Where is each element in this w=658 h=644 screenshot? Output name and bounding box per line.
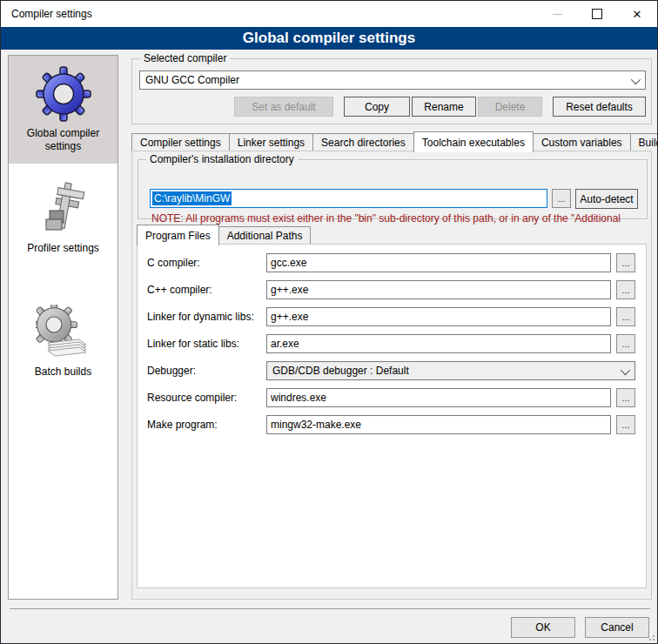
toolchain-subtab-bar: Program Files Additional Paths: [137, 225, 310, 245]
field-label: Resource compiler:: [147, 392, 237, 404]
field-row-debugger: Debugger: GDB/CDB debugger : Default: [138, 361, 646, 380]
make-program-input[interactable]: [266, 415, 611, 434]
tab-custom-variables[interactable]: Custom variables: [533, 133, 631, 151]
blue-gear-icon: [36, 66, 91, 122]
subtab-additional-paths[interactable]: Additional Paths: [218, 226, 312, 245]
linker-dynamic-browse-button[interactable]: ...: [616, 307, 635, 326]
sidebar-item-label: Global compiler settings: [9, 127, 118, 153]
install-dir-selected-text: C:\raylib\MinGW: [152, 191, 232, 205]
sidebar-item-label: Profiler settings: [27, 242, 99, 255]
compiler-select[interactable]: GNU GCC Compiler: [139, 70, 646, 90]
tab-linker-settings[interactable]: Linker settings: [229, 133, 313, 151]
close-icon: ✕: [633, 9, 642, 20]
toolchain-executables-panel: Compiler's installation directory C:\ray…: [131, 151, 652, 600]
install-dir-browse-button[interactable]: ...: [552, 189, 571, 208]
field-label: C compiler:: [147, 257, 200, 269]
field-row-cpp-compiler: C++ compiler: ...: [138, 280, 646, 299]
maximize-button[interactable]: [577, 1, 617, 27]
selected-compiler-legend: Selected compiler: [140, 52, 230, 64]
sidebar-item-batch-builds[interactable]: Batch builds: [9, 291, 118, 392]
footer-divider: [10, 608, 650, 609]
tab-search-directories[interactable]: Search directories: [312, 133, 414, 151]
caliper-icon: [36, 181, 91, 237]
settings-tab-bar: Compiler settings Linker settings Search…: [131, 131, 652, 151]
close-button[interactable]: ✕: [617, 1, 657, 27]
debugger-select-value: GDB/CDB debugger : Default: [272, 365, 409, 377]
field-label: Make program:: [147, 419, 218, 431]
subtab-program-files[interactable]: Program Files: [137, 225, 219, 245]
tab-compiler-settings[interactable]: Compiler settings: [131, 133, 230, 151]
titlebar: Compiler settings ✕: [1, 1, 657, 27]
set-as-default-button: Set as default: [234, 97, 333, 117]
debugger-select[interactable]: GDB/CDB debugger : Default: [266, 361, 635, 380]
cancel-button[interactable]: Cancel: [585, 617, 649, 638]
tab-build-options-truncated[interactable]: Build options: [630, 133, 658, 151]
field-row-linker-dynamic: Linker for dynamic libs: ...: [138, 307, 646, 326]
c-compiler-browse-button[interactable]: ...: [616, 253, 635, 272]
minimize-button: [537, 1, 577, 27]
copy-button[interactable]: Copy: [344, 97, 410, 117]
field-row-linker-static: Linker for static libs: ...: [138, 334, 646, 353]
auto-detect-button[interactable]: Auto-detect: [575, 189, 638, 209]
sidebar-item-profiler-settings[interactable]: Profiler settings: [9, 169, 118, 266]
ok-button[interactable]: OK: [511, 617, 575, 638]
field-row-make-program: Make program: ...: [138, 415, 646, 434]
cpp-compiler-input[interactable]: [266, 280, 611, 299]
maximize-icon: [592, 9, 602, 19]
gray-gear-stack-icon: [36, 305, 91, 360]
sidebar-item-global-compiler-settings[interactable]: Global compiler settings: [9, 56, 118, 164]
sidebar-item-label: Batch builds: [35, 366, 91, 379]
settings-category-list: Global compiler settings Profiler settin…: [8, 55, 118, 600]
c-compiler-input[interactable]: [266, 253, 611, 272]
install-dir-note: NOTE: All programs must exist either in …: [151, 212, 644, 225]
tab-toolchain-executables[interactable]: Toolchain executables: [413, 131, 534, 152]
selected-compiler-group: Selected compiler GNU GCC Compiler Set a…: [131, 58, 652, 124]
resource-compiler-browse-button[interactable]: ...: [616, 388, 635, 407]
reset-defaults-button[interactable]: Reset defaults: [553, 97, 646, 117]
compiler-settings-dialog: Compiler settings ✕ Global compiler sett…: [0, 0, 658, 644]
make-program-browse-button[interactable]: ...: [616, 415, 635, 434]
compiler-select-value: GNU GCC Compiler: [145, 74, 239, 86]
page-title: Global compiler settings: [1, 27, 657, 50]
delete-button: Delete: [478, 97, 542, 117]
field-label: Linker for dynamic libs:: [147, 311, 254, 323]
program-files-page: C compiler: ... C++ compiler: ... Linker…: [137, 244, 647, 588]
linker-dynamic-input[interactable]: [266, 307, 611, 326]
cpp-compiler-browse-button[interactable]: ...: [616, 280, 635, 299]
resize-grip[interactable]: [646, 632, 655, 641]
field-label: Linker for static libs:: [147, 338, 239, 350]
resource-compiler-input[interactable]: [266, 388, 611, 407]
chevron-down-icon: [631, 75, 641, 84]
minimize-icon: [553, 14, 562, 15]
window-title: Compiler settings: [11, 1, 92, 27]
field-label: C++ compiler:: [147, 284, 212, 296]
linker-static-browse-button[interactable]: ...: [616, 334, 635, 353]
rename-button[interactable]: Rename: [412, 97, 476, 117]
install-dir-input[interactable]: C:\raylib\MinGW: [150, 189, 547, 208]
chevron-down-icon: [621, 366, 630, 375]
field-row-c-compiler: C compiler: ...: [138, 253, 646, 272]
linker-static-input[interactable]: [266, 334, 611, 353]
install-dir-group: Compiler's installation directory C:\ray…: [138, 159, 648, 219]
field-row-resource-compiler: Resource compiler: ...: [138, 388, 646, 407]
field-label: Debugger:: [147, 365, 196, 377]
install-dir-legend: Compiler's installation directory: [146, 153, 298, 165]
